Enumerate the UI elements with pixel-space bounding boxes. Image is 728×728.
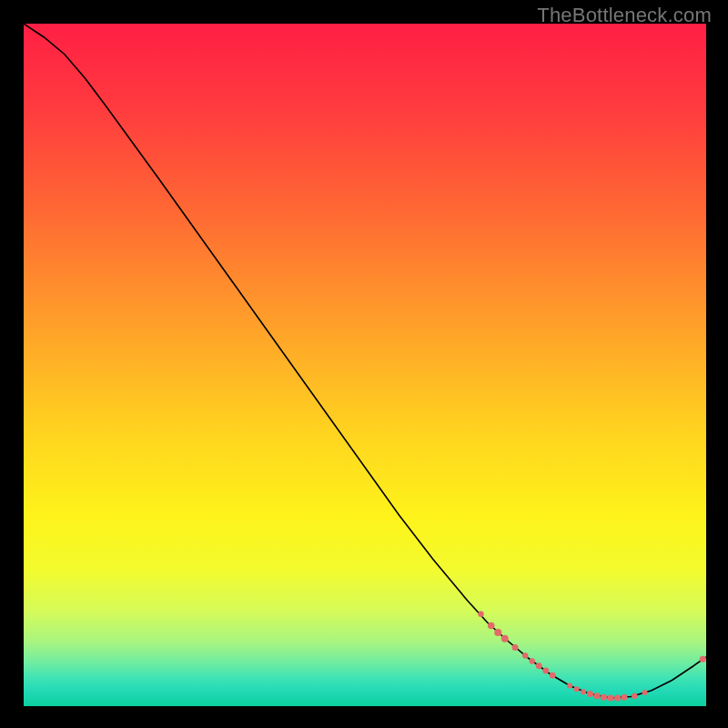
data-marker [536, 662, 542, 669]
data-marker [581, 689, 586, 694]
gradient-background [24, 24, 706, 706]
data-marker [614, 694, 621, 701]
data-marker [700, 656, 706, 662]
data-marker [607, 694, 613, 701]
data-marker [622, 694, 628, 701]
bottleneck-chart [24, 24, 706, 706]
data-marker [550, 672, 556, 679]
data-marker [542, 668, 549, 674]
data-marker [567, 683, 572, 689]
data-marker [642, 690, 648, 695]
data-marker [632, 693, 637, 699]
data-marker [574, 686, 580, 692]
data-marker [530, 658, 535, 663]
data-marker [593, 693, 600, 699]
data-marker [478, 612, 483, 617]
data-marker [494, 629, 501, 636]
chart-canvas: TheBottleneck.com [0, 0, 728, 728]
data-marker [501, 635, 509, 642]
data-marker [512, 644, 519, 651]
data-marker [488, 622, 495, 630]
data-marker [601, 694, 607, 701]
data-marker [587, 691, 593, 697]
data-marker [522, 652, 528, 658]
